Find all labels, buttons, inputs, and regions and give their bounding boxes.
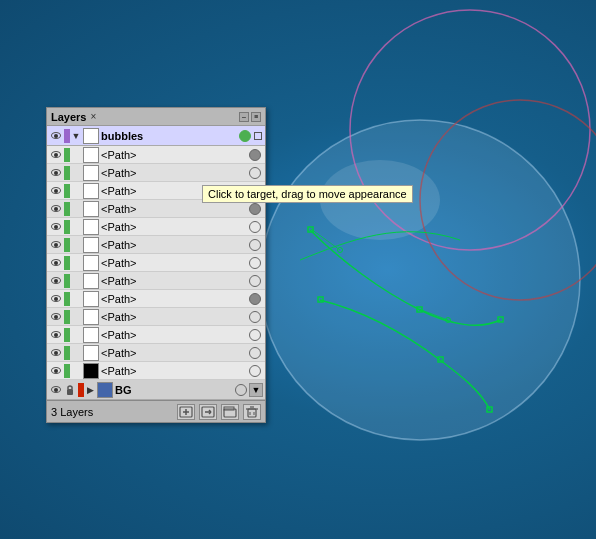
panel-title-left: Layers × xyxy=(51,111,96,123)
layer-row-path-13[interactable]: <Path> xyxy=(47,362,265,380)
move-to-layer-button[interactable] xyxy=(199,404,217,420)
thumb-path-4 xyxy=(83,201,99,217)
thumb-path-2 xyxy=(83,165,99,181)
visibility-toggle-path-3[interactable] xyxy=(49,184,63,198)
visibility-toggle-path-11[interactable] xyxy=(49,328,63,342)
layer-row-path-10[interactable]: <Path> xyxy=(47,308,265,326)
path-name-13: <Path> xyxy=(101,365,247,377)
new-sublayer-button[interactable] xyxy=(177,404,195,420)
visibility-toggle-path-1[interactable] xyxy=(49,148,63,162)
layer-name-bg: BG xyxy=(115,384,233,396)
target-indicator-bubbles[interactable] xyxy=(239,130,251,142)
panel-close-button[interactable]: × xyxy=(90,111,96,122)
layer-row-path-1[interactable]: <Path> xyxy=(47,146,265,164)
target-path-12[interactable] xyxy=(249,347,261,359)
thumb-path-10 xyxy=(83,309,99,325)
lock-icon-bg xyxy=(63,383,77,397)
visibility-toggle-path-6[interactable] xyxy=(49,238,63,252)
target-path-7[interactable] xyxy=(249,257,261,269)
layer-row-path-9[interactable]: <Path> xyxy=(47,290,265,308)
svg-rect-14 xyxy=(67,389,73,395)
target-bg[interactable] xyxy=(235,384,247,396)
eye-dot xyxy=(51,277,61,284)
color-bar-path-3 xyxy=(64,184,70,198)
selection-indicator-bubbles xyxy=(254,132,262,140)
eye-dot xyxy=(51,169,61,176)
eye-dot xyxy=(51,386,61,393)
target-path-6[interactable] xyxy=(249,239,261,251)
visibility-toggle-path-5[interactable] xyxy=(49,220,63,234)
layer-row-path-2[interactable]: <Path> xyxy=(47,164,265,182)
eye-dot xyxy=(51,151,61,158)
target-path-9[interactable] xyxy=(249,293,261,305)
layer-row-path-3[interactable]: <Path> xyxy=(47,182,265,200)
target-path-5[interactable] xyxy=(249,221,261,233)
layer-row-bg[interactable]: ▶ BG ▼ xyxy=(47,380,265,400)
thumb-path-12 xyxy=(83,345,99,361)
target-path-13[interactable] xyxy=(249,365,261,377)
visibility-toggle-path-8[interactable] xyxy=(49,274,63,288)
layer-header-bubbles[interactable]: ▼ bubbles xyxy=(47,126,265,146)
eye-dot xyxy=(51,313,61,320)
layer-color-bar-bubbles xyxy=(64,129,70,143)
target-path-4[interactable] xyxy=(249,203,261,215)
expand-arrow-bg[interactable]: ▶ xyxy=(85,383,95,397)
expand-arrow-bubbles[interactable]: ▼ xyxy=(71,129,81,143)
color-bar-path-10 xyxy=(64,310,70,324)
target-path-1[interactable] xyxy=(249,149,261,161)
color-bar-path-5 xyxy=(64,220,70,234)
visibility-toggle-path-12[interactable] xyxy=(49,346,63,360)
path-name-7: <Path> xyxy=(101,257,247,269)
eye-dot xyxy=(51,331,61,338)
layer-name-bubbles: bubbles xyxy=(101,130,237,142)
eye-dot xyxy=(51,349,61,356)
visibility-toggle-path-13[interactable] xyxy=(49,364,63,378)
layer-row-path-4[interactable]: <Path> xyxy=(47,200,265,218)
target-path-3[interactable] xyxy=(249,185,261,197)
eye-dot xyxy=(51,223,61,230)
svg-point-0 xyxy=(260,120,580,440)
layer-row-path-8[interactable]: <Path> xyxy=(47,272,265,290)
visibility-toggle-path-2[interactable] xyxy=(49,166,63,180)
target-path-11[interactable] xyxy=(249,329,261,341)
target-path-2[interactable] xyxy=(249,167,261,179)
svg-point-1 xyxy=(320,160,440,240)
eye-dot xyxy=(51,241,61,248)
path-name-10: <Path> xyxy=(101,311,247,323)
color-bar-path-9 xyxy=(64,292,70,306)
eye-dot xyxy=(51,367,61,374)
thumb-path-5 xyxy=(83,219,99,235)
color-bar-path-7 xyxy=(64,256,70,270)
thumb-path-13 xyxy=(83,363,99,379)
visibility-toggle-path-7[interactable] xyxy=(49,256,63,270)
layer-row-path-11[interactable]: <Path> xyxy=(47,326,265,344)
new-layer-button[interactable] xyxy=(221,404,239,420)
color-bar-path-4 xyxy=(64,202,70,216)
visibility-toggle-path-10[interactable] xyxy=(49,310,63,324)
minimize-button[interactable]: – xyxy=(239,112,249,122)
layer-row-path-7[interactable]: <Path> xyxy=(47,254,265,272)
layer-row-path-5[interactable]: <Path> xyxy=(47,218,265,236)
visibility-toggle-bg[interactable] xyxy=(49,383,63,397)
panel-menu-button[interactable]: ≡ xyxy=(251,112,261,122)
color-bar-path-6 xyxy=(64,238,70,252)
visibility-toggle-path-4[interactable] xyxy=(49,202,63,216)
bg-menu-btn[interactable]: ▼ xyxy=(249,383,263,397)
eye-dot xyxy=(51,187,61,194)
layers-panel: Layers × – ≡ ▼ bubbles <Path> xyxy=(46,107,266,423)
path-name-11: <Path> xyxy=(101,329,247,341)
layer-row-path-6[interactable]: <Path> xyxy=(47,236,265,254)
path-name-8: <Path> xyxy=(101,275,247,287)
color-bar-path-8 xyxy=(64,274,70,288)
delete-layer-button[interactable] xyxy=(243,404,261,420)
thumb-path-3 xyxy=(83,183,99,199)
color-bar-path-2 xyxy=(64,166,70,180)
visibility-toggle-bubbles[interactable] xyxy=(49,129,63,143)
visibility-toggle-path-9[interactable] xyxy=(49,292,63,306)
svg-rect-24 xyxy=(248,409,256,417)
thumb-bg xyxy=(97,382,113,398)
target-path-8[interactable] xyxy=(249,275,261,287)
path-name-4: <Path> xyxy=(101,203,247,215)
layer-row-path-12[interactable]: <Path> xyxy=(47,344,265,362)
target-path-10[interactable] xyxy=(249,311,261,323)
